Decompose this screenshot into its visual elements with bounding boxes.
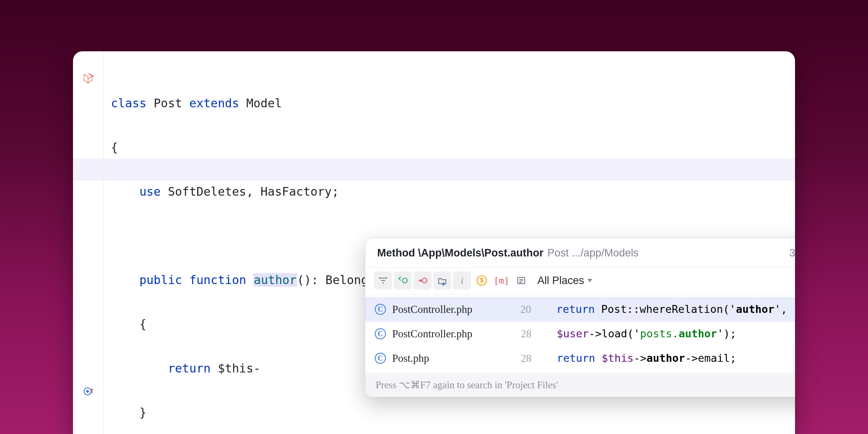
keyword-use: use <box>139 185 161 198</box>
usage-snippet: return $this->author->email; <box>557 350 736 367</box>
usage-line: 28 <box>511 326 531 342</box>
svg-point-2 <box>402 278 407 283</box>
popup-toolbar: i $ [m] All Places Usages <box>365 268 795 295</box>
return-expr: $this- <box>211 361 260 375</box>
filter-preview-icon[interactable] <box>512 271 530 290</box>
keyword-return: return <box>168 361 211 375</box>
usage-row[interactable]: C PostController.php 28 $user->load('pos… <box>365 322 795 346</box>
keyword-extends: extends <box>189 96 239 110</box>
scope-dropdown[interactable]: All Places <box>537 275 592 287</box>
usage-row[interactable]: C Post.php 28 return $this->author->emai… <box>365 346 795 370</box>
method-author[interactable]: author <box>253 273 297 287</box>
usage-snippet: return Post::whereRelation('author', 'id… <box>556 301 795 318</box>
filter-import-icon[interactable] <box>413 271 432 290</box>
brace: { <box>111 140 118 154</box>
svg-point-3 <box>422 278 427 283</box>
override-up-icon[interactable] <box>82 385 95 398</box>
svg-text:$: $ <box>480 277 484 284</box>
usage-file: Post.php <box>392 350 505 367</box>
usage-line: 20 <box>511 301 531 318</box>
class-name: Post <box>153 96 182 110</box>
keyword-class: class <box>111 96 146 110</box>
find-usages-popup: Method \App\Models\Post.author Post .../… <box>365 238 795 397</box>
svg-point-1 <box>86 390 89 393</box>
class-file-icon: C <box>375 304 386 315</box>
traits: SoftDeletes, HasFactory; <box>168 185 339 198</box>
keyword-function: function <box>189 273 247 287</box>
keyword-public: public <box>139 273 182 287</box>
filter-match-icon[interactable]: [m] <box>492 271 511 290</box>
brace: } <box>139 406 146 419</box>
class-file-icon: C <box>375 353 386 364</box>
popup-subtitle: Post .../app/Models <box>548 247 639 259</box>
usage-row[interactable]: C PostController.php 20 return Post::whe… <box>365 297 795 322</box>
usage-file: PostController.php <box>392 326 505 342</box>
gutter <box>73 51 104 434</box>
popup-header: Method \App\Models\Post.author Post .../… <box>365 238 795 268</box>
base-class: Model <box>246 96 282 110</box>
usage-line: 28 <box>511 350 531 367</box>
usage-snippet: $user->load('posts.author'); <box>557 326 736 342</box>
brace: { <box>139 317 146 331</box>
filter-info-icon[interactable]: i <box>453 271 471 290</box>
chevron-down-icon <box>587 279 592 282</box>
filter-read-icon[interactable] <box>374 271 392 290</box>
usage-list: C PostController.php 20 return Post::whe… <box>365 295 795 373</box>
filter-write-icon[interactable] <box>394 271 412 290</box>
filter-cost-icon[interactable]: $ <box>473 271 491 290</box>
usage-file: PostController.php <box>392 301 504 318</box>
editor-window: class Post extends Model { use SoftDelet… <box>73 51 795 434</box>
usage-count: 3 usages <box>789 247 795 259</box>
popup-title: Method \App\Models\Post.author <box>377 247 544 259</box>
filter-file-icon[interactable] <box>433 271 451 290</box>
class-file-icon: C <box>375 328 386 339</box>
laravel-icon <box>82 72 95 84</box>
popup-footer-hint: Press ⌥⌘F7 again to search in 'Project F… <box>365 373 795 397</box>
